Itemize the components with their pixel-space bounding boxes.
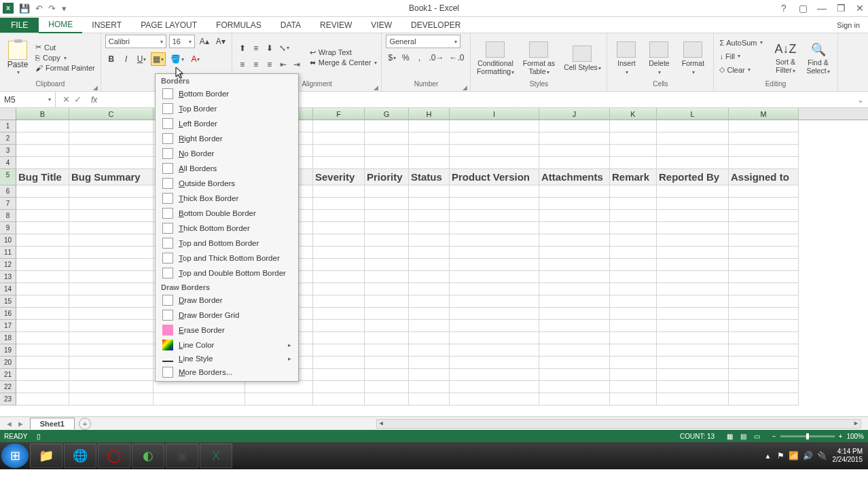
cell[interactable] bbox=[16, 381, 69, 393]
cell[interactable] bbox=[657, 222, 729, 234]
expand-formula-icon[interactable]: ⌄ bbox=[853, 95, 868, 105]
cell[interactable] bbox=[69, 157, 153, 169]
cell[interactable] bbox=[365, 234, 409, 247]
cell[interactable] bbox=[729, 295, 799, 308]
delete-cells-button[interactable]: Delete▾ bbox=[644, 40, 674, 75]
cell[interactable] bbox=[657, 283, 729, 295]
cell[interactable] bbox=[539, 344, 610, 357]
cell[interactable] bbox=[313, 283, 365, 295]
row-header[interactable]: 21 bbox=[0, 369, 16, 381]
increase-decimal-button[interactable]: .0→ bbox=[427, 51, 446, 65]
fill-button[interactable]: ↓Fill▾ bbox=[718, 50, 763, 63]
cell[interactable] bbox=[610, 132, 657, 145]
cell[interactable] bbox=[450, 157, 539, 169]
row-header[interactable]: 13 bbox=[0, 271, 16, 283]
border-menu-item[interactable]: Erase Border bbox=[156, 323, 298, 338]
tray-power-icon[interactable]: 🔌 bbox=[817, 451, 827, 460]
cell[interactable] bbox=[409, 222, 450, 234]
sheet-nav-prev-icon[interactable]: ◄ bbox=[5, 420, 13, 428]
cell[interactable] bbox=[729, 344, 799, 357]
cell[interactable]: Reported By bbox=[657, 169, 729, 185]
cell[interactable] bbox=[16, 357, 69, 369]
cell[interactable] bbox=[69, 295, 153, 308]
cell[interactable] bbox=[409, 393, 450, 405]
cell[interactable] bbox=[69, 132, 153, 145]
cell[interactable] bbox=[16, 120, 69, 132]
tab-file[interactable]: FILE bbox=[0, 18, 39, 33]
number-dialog-icon[interactable]: ◢ bbox=[463, 84, 467, 91]
merge-center-button[interactable]: ⬌Merge & Center▾ bbox=[310, 58, 378, 67]
fx-icon[interactable]: fx bbox=[88, 95, 100, 105]
page-break-view-icon[interactable]: ▭ bbox=[751, 433, 763, 440]
sort-filter-button[interactable]: A↓ZSort & Filter▾ bbox=[771, 41, 801, 74]
cell[interactable] bbox=[729, 132, 799, 145]
cell[interactable] bbox=[610, 332, 657, 344]
cell[interactable] bbox=[365, 259, 409, 271]
cell[interactable] bbox=[657, 157, 729, 169]
cell[interactable]: Remark bbox=[610, 169, 657, 185]
cell[interactable]: Bug Summary bbox=[69, 169, 153, 185]
cell[interactable] bbox=[409, 320, 450, 332]
help-icon[interactable]: ? bbox=[776, 3, 792, 14]
paste-button[interactable]: Paste ▾ bbox=[4, 39, 31, 75]
border-menu-item[interactable]: Outside Borders bbox=[156, 176, 298, 191]
cell[interactable] bbox=[610, 185, 657, 198]
cell[interactable] bbox=[610, 283, 657, 295]
cell[interactable] bbox=[610, 145, 657, 157]
cell[interactable] bbox=[245, 381, 313, 393]
find-select-button[interactable]: 🔍Find & Select▾ bbox=[803, 41, 833, 75]
row-header[interactable]: 15 bbox=[0, 295, 16, 308]
cell[interactable] bbox=[729, 381, 799, 393]
cell[interactable] bbox=[16, 283, 69, 295]
border-menu-item[interactable]: Draw Border bbox=[156, 293, 298, 308]
cell[interactable] bbox=[365, 222, 409, 234]
font-name-select[interactable]: Calibri▾ bbox=[105, 35, 166, 48]
cell[interactable] bbox=[16, 271, 69, 283]
cell[interactable] bbox=[69, 247, 153, 259]
taskbar-chrome-icon[interactable]: 🌐 bbox=[64, 443, 96, 468]
column-header[interactable]: G bbox=[365, 108, 409, 120]
format-as-table-button[interactable]: Format as Table▾ bbox=[518, 40, 559, 75]
cell[interactable] bbox=[313, 357, 365, 369]
cell[interactable] bbox=[729, 185, 799, 198]
row-header[interactable]: 5 bbox=[0, 169, 16, 185]
cell[interactable] bbox=[657, 185, 729, 198]
cell[interactable] bbox=[313, 332, 365, 344]
cancel-formula-icon[interactable]: ✕ bbox=[62, 94, 70, 105]
horizontal-scrollbar[interactable] bbox=[376, 419, 861, 429]
row-header[interactable]: 3 bbox=[0, 145, 16, 157]
border-menu-item[interactable]: Line Color▸ bbox=[156, 338, 298, 352]
comma-button[interactable]: , bbox=[413, 51, 425, 65]
add-sheet-button[interactable]: + bbox=[79, 418, 91, 430]
cell[interactable] bbox=[69, 259, 153, 271]
cell[interactable] bbox=[69, 381, 153, 393]
border-menu-item[interactable]: All Borders bbox=[156, 161, 298, 176]
cell[interactable] bbox=[16, 332, 69, 344]
cell[interactable] bbox=[539, 234, 610, 247]
cell[interactable] bbox=[539, 222, 610, 234]
cell[interactable] bbox=[16, 369, 69, 381]
cell[interactable] bbox=[409, 210, 450, 222]
column-header[interactable]: C bbox=[69, 108, 153, 120]
cell[interactable] bbox=[539, 210, 610, 222]
cell[interactable] bbox=[365, 393, 409, 405]
border-menu-item[interactable]: Bottom Border bbox=[156, 86, 298, 101]
copy-button[interactable]: ⎘Copy▾ bbox=[34, 53, 96, 62]
cell[interactable] bbox=[313, 222, 365, 234]
cell[interactable] bbox=[69, 145, 153, 157]
cell[interactable] bbox=[450, 381, 539, 393]
cell[interactable] bbox=[657, 234, 729, 247]
spreadsheet-grid[interactable]: BCDEFGHIJKLM 123456789101112131415161718… bbox=[0, 108, 868, 416]
cell[interactable] bbox=[450, 132, 539, 145]
cell[interactable] bbox=[365, 157, 409, 169]
orientation-button[interactable]: ⤡▾ bbox=[277, 41, 291, 55]
cell[interactable] bbox=[539, 247, 610, 259]
cell[interactable] bbox=[539, 320, 610, 332]
cell[interactable] bbox=[409, 120, 450, 132]
cell[interactable] bbox=[657, 357, 729, 369]
cell[interactable] bbox=[313, 247, 365, 259]
cell[interactable] bbox=[729, 210, 799, 222]
cell[interactable] bbox=[729, 393, 799, 405]
accept-formula-icon[interactable]: ✓ bbox=[74, 94, 82, 105]
cell[interactable] bbox=[729, 120, 799, 132]
